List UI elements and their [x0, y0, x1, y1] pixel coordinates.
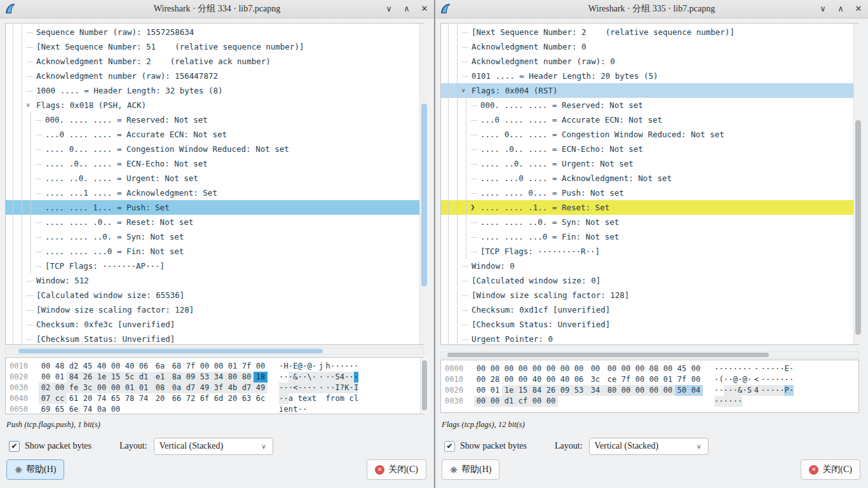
- tree-row[interactable]: .... .... .0.. = Reset: Not set: [6, 215, 423, 229]
- ascii-char[interactable]: ·: [733, 363, 738, 374]
- hex-byte[interactable]: 7f: [675, 374, 689, 385]
- ascii-char[interactable]: ·: [784, 374, 789, 385]
- hex-byte[interactable]: 00: [544, 374, 558, 385]
- maximize-button[interactable]: ∧: [835, 3, 846, 15]
- hex-byte[interactable]: 53: [572, 385, 586, 396]
- hex-byte[interactable]: 7f: [240, 361, 254, 372]
- ascii-char[interactable]: <: [752, 374, 761, 385]
- tree-row[interactable]: [Calculated window size: 0]: [441, 273, 858, 288]
- ascii-char[interactable]: <: [293, 383, 297, 393]
- ascii-char[interactable]: ·: [742, 363, 747, 374]
- hex-byte[interactable]: 00: [212, 361, 226, 372]
- tree-row[interactable]: Acknowledgment number (raw): 156447872: [6, 69, 423, 83]
- hex-byte[interactable]: 00: [53, 383, 67, 393]
- hex-byte[interactable]: 00: [39, 361, 53, 372]
- hex-row[interactable]: 001000280000400040063cce7f0000017f00·(··…: [445, 374, 858, 385]
- hex-byte[interactable]: d1: [137, 372, 151, 383]
- hex-byte[interactable]: 00: [474, 374, 488, 385]
- hex-row[interactable]: 0020000184261e155cd1e18a095334808018···&…: [10, 372, 423, 383]
- tree-vertical-scrollbar[interactable]: [853, 24, 862, 344]
- ascii-char[interactable]: e: [283, 404, 288, 414]
- ascii-char[interactable]: ·: [326, 372, 330, 383]
- ascii-char[interactable]: ·: [326, 383, 330, 393]
- ascii-char[interactable]: I: [335, 383, 339, 393]
- hex-byte[interactable]: 00: [633, 385, 647, 396]
- show-packet-bytes-checkbox[interactable]: ✔: [444, 441, 455, 452]
- ascii-char[interactable]: I: [354, 383, 358, 393]
- hex-byte[interactable]: 20: [151, 393, 170, 404]
- ascii-char[interactable]: t: [312, 393, 316, 404]
- hex-byte[interactable]: 01: [661, 374, 675, 385]
- tree-row[interactable]: [Next Sequence Number: 51 (relative sequ…: [6, 39, 423, 54]
- tree-row[interactable]: 1000 .... = Header Length: 32 bytes (8): [6, 83, 423, 98]
- hex-byte[interactable]: 69: [39, 404, 53, 414]
- hex-byte[interactable]: 7f: [184, 361, 198, 372]
- hex-byte[interactable]: 74: [95, 393, 109, 404]
- ascii-char[interactable]: @: [307, 361, 311, 372]
- hex-byte[interactable]: 34: [586, 385, 605, 396]
- ascii-char[interactable]: [344, 393, 349, 404]
- ascii-char[interactable]: ·: [349, 383, 353, 393]
- tree-row[interactable]: .... .0.. .... = ECN-Echo: Not set: [6, 156, 423, 171]
- tree-row[interactable]: Checksum: 0xd1cf [unverified]: [441, 302, 858, 317]
- hex-byte[interactable]: 00: [109, 404, 123, 414]
- tree-row[interactable]: Acknowledgment Number: 0: [441, 39, 858, 54]
- hex-byte[interactable]: 53: [198, 372, 212, 383]
- ascii-char[interactable]: ·: [288, 383, 293, 393]
- hex-byte[interactable]: 6a: [151, 361, 170, 372]
- hex-byte[interactable]: 45: [675, 363, 689, 374]
- tree-row[interactable]: [Checksum Status: Unverified]: [441, 317, 858, 332]
- ascii-char[interactable]: f: [326, 393, 330, 404]
- hex-byte[interactable]: 00: [605, 363, 619, 374]
- packet-bytes-pane[interactable]: 00100048d245400040066a687f0000017f00·H·E…: [5, 357, 424, 414]
- tree-row[interactable]: Checksum: 0xfe3c [unverified]: [6, 317, 423, 332]
- ascii-char[interactable]: ·: [766, 363, 770, 374]
- hex-byte[interactable]: 00: [39, 372, 53, 383]
- ascii-char[interactable]: j: [316, 361, 325, 372]
- hex-row[interactable]: 005069656e740a00ient··: [10, 404, 423, 414]
- ascii-char[interactable]: ·: [780, 385, 784, 396]
- hex-byte[interactable]: 40: [558, 374, 572, 385]
- hex-byte[interactable]: 01: [137, 383, 151, 393]
- tree-row[interactable]: .... ...1 .... = Acknowledgment: Set: [6, 186, 423, 200]
- hex-byte[interactable]: 40: [95, 361, 109, 372]
- hex-byte[interactable]: d1: [502, 396, 516, 407]
- hex-byte[interactable]: 3c: [81, 383, 95, 393]
- hex-byte[interactable]: 00: [572, 363, 586, 374]
- tree-vertical-scrollbar[interactable]: [419, 24, 428, 344]
- hex-row[interactable]: 00100048d245400040066a687f0000017f00·H·E…: [10, 361, 423, 372]
- hex-byte[interactable]: 74: [81, 404, 95, 414]
- ascii-char[interactable]: a: [288, 393, 293, 404]
- tree-row[interactable]: .... ...0 .... = Acknowledgment: Not set: [441, 171, 858, 186]
- ascii-char[interactable]: ·: [770, 385, 775, 396]
- hex-byte[interactable]: 1e: [502, 385, 516, 396]
- hex-byte[interactable]: 3f: [212, 383, 226, 393]
- hex-byte[interactable]: 02: [39, 383, 53, 393]
- ascii-char[interactable]: ·: [283, 393, 288, 404]
- hex-byte[interactable]: 48: [53, 361, 67, 372]
- hex-row[interactable]: 00300000d1cf0000······: [445, 396, 858, 407]
- hex-byte[interactable]: fe: [67, 383, 81, 393]
- ascii-char[interactable]: ·: [354, 361, 358, 372]
- tree-row[interactable]: .... .... 1... = Push: Set: [6, 200, 423, 215]
- tree-row[interactable]: 000. .... .... = Reserved: Not set: [6, 112, 423, 127]
- ascii-char[interactable]: ·: [747, 363, 752, 374]
- titlebar[interactable]: Wireshark · 分组 334 · lib7.pcapng ∨ ∧ ✕: [0, 0, 434, 18]
- tree-row[interactable]: ...0 .... .... = Accurate ECN: Not set: [441, 112, 858, 127]
- ascii-char[interactable]: ·: [298, 372, 302, 383]
- tree-row[interactable]: Window: 512: [6, 273, 423, 288]
- ascii-char[interactable]: ·: [738, 396, 742, 407]
- hex-byte[interactable]: 6c: [254, 393, 268, 404]
- ascii-char[interactable]: ·: [719, 396, 723, 407]
- ascii-char[interactable]: ·: [714, 396, 719, 407]
- help-button[interactable]: ⎈ 帮助(H): [442, 459, 499, 480]
- ascii-char[interactable]: ·: [738, 374, 742, 385]
- hex-byte[interactable]: d2: [67, 361, 81, 372]
- hex-byte[interactable]: 84: [67, 372, 81, 383]
- ascii-char[interactable]: &: [738, 385, 742, 396]
- ascii-char[interactable]: ·: [349, 361, 353, 372]
- tree-row[interactable]: Acknowledgment number (raw): 0: [441, 54, 858, 69]
- hex-byte[interactable]: 00: [530, 396, 544, 407]
- hex-byte[interactable]: 00: [109, 361, 123, 372]
- ascii-char[interactable]: ·: [283, 372, 288, 383]
